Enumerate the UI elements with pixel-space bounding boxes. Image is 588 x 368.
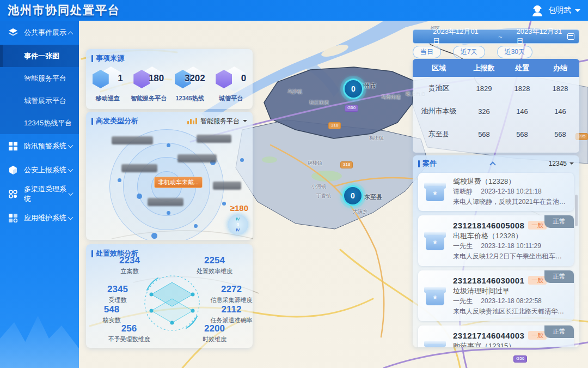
- map-label: 大演乡: [353, 208, 367, 215]
- status-badge: 正常: [544, 325, 574, 338]
- stat-verified-count: 548核实数: [86, 304, 147, 324]
- date-range-picker[interactable]: 2023年12月01日 ~ 2023年12月31日: [413, 29, 579, 44]
- sidebar-item-smart-service[interactable]: 智能服务平台: [0, 67, 79, 89]
- case-description: 来电人反映12月2日下午乘坐出租车（皖RD0...: [453, 251, 567, 262]
- sidebar-nav: 公共事件展示 事件一张图 智能服务平台 城管展示平台 12345热线平台 防汛预…: [0, 21, 79, 368]
- case-source-value: 12345: [549, 160, 567, 167]
- sidebar-group-label: 公安上报系统: [24, 165, 66, 175]
- sidebar-group-label: 应用维护系统: [24, 213, 66, 223]
- map-cluster-marker[interactable]: 0: [343, 79, 364, 99]
- map-label: 东至县: [364, 193, 382, 201]
- source-card-12345-hotline[interactable]: 3202 12345热线: [170, 65, 210, 102]
- case-source-dropdown[interactable]: 12345: [549, 160, 574, 167]
- collapse-chevron-icon[interactable]: [489, 161, 495, 167]
- table-header-row: 区域 上报数 处置 办结: [413, 59, 579, 77]
- case-title: 垃圾清理时间过早: [453, 286, 567, 296]
- sidebar-item-12345-hotline[interactable]: 12345热线平台: [0, 112, 79, 134]
- scrollbar-thumb[interactable]: [575, 195, 578, 226]
- source-label: 12345热线: [170, 94, 210, 102]
- case-card[interactable]: 正常 231217146044003 一般 购药事宜（12315）: [418, 325, 574, 347]
- map-label: 丁香镇: [316, 192, 331, 200]
- user-name: 包明武: [548, 5, 571, 15]
- region-stats-table: 区域 上报数 处置 办结 贵池区1829 18281828 池州市本级326 1…: [413, 59, 579, 153]
- table-row[interactable]: 池州市本级326 146146: [413, 100, 579, 123]
- case-title: 出租车价格（12328）: [453, 231, 567, 241]
- chevron-up-icon: [68, 31, 74, 37]
- chevron-down-icon: [68, 167, 74, 172]
- source-count: 0: [241, 73, 246, 84]
- cases-panel: 案件 12345 驾校退费（12328） 谭晓静 2023-12-18 10:2…: [413, 155, 579, 347]
- case-time: 2023-12-18 10:11:29: [481, 242, 541, 250]
- case-title: 驾校退费（12328）: [453, 176, 567, 186]
- sidebar-group-public-events[interactable]: 公共事件展示: [0, 21, 79, 45]
- source-count: 1: [118, 73, 122, 84]
- table-row[interactable]: 石台县150 150150: [413, 146, 579, 153]
- case-box-icon: [424, 182, 446, 202]
- date-start[interactable]: 2023年12月01日: [433, 27, 484, 46]
- stat-accepted-count: 2345受理数: [86, 284, 153, 304]
- sidebar-item-city-mgmt[interactable]: 城管展示平台: [0, 89, 79, 112]
- filter-30days[interactable]: 近30天: [497, 46, 532, 58]
- case-card[interactable]: 正常 231218146005008 一般 出租车价格（12328） 一先生 2…: [418, 215, 574, 266]
- case-time: 2023-12-18 10:21:18: [481, 188, 541, 195]
- col-header-reported: 上报数: [465, 63, 503, 73]
- stat-timeliness: 2200时效维度: [179, 323, 250, 343]
- col-header-handled: 处置: [503, 63, 541, 73]
- map-label: 梅街镇: [369, 135, 384, 142]
- grid-icon: [9, 142, 17, 150]
- blurred-type-label: [112, 136, 153, 144]
- blurred-type-label: [213, 182, 241, 190]
- map-label: 秋江街道: [309, 99, 329, 106]
- filter-today[interactable]: 当日: [413, 46, 441, 58]
- blurred-type-label: [121, 164, 157, 172]
- threshold-label: ≥180: [230, 203, 248, 213]
- sidebar-group-multichannel[interactable]: 多渠道受理系统: [0, 182, 79, 206]
- source-count: 3202: [185, 73, 205, 84]
- source-card-smart-service[interactable]: 180 智能服务平台: [129, 65, 168, 102]
- case-box-icon: [424, 286, 446, 306]
- case-card[interactable]: 正常 231218146030001 一般 垃圾清理时间过早 一先生 2023-…: [418, 270, 574, 321]
- case-card[interactable]: 驾校退费（12328） 谭晓静 2023-12-18 10:21:18 来电人谭…: [418, 173, 574, 211]
- case-id: 231218146005008: [453, 221, 524, 230]
- high-frequency-types-panel: 高发类型分析 智能服务平台 非机动车未戴... ≥180 ≥ 0 ≥: [86, 112, 253, 240]
- case-box-icon: [424, 231, 446, 251]
- source-card-mobile-patrol[interactable]: 1 移动巡查: [88, 65, 127, 102]
- sidebar-item-event-map[interactable]: 事件一张图: [0, 45, 79, 67]
- filter-7days[interactable]: 近7天: [453, 46, 485, 58]
- case-title: 购药事宜（12315）: [453, 341, 567, 347]
- date-end[interactable]: 2023年12月31日: [516, 27, 567, 46]
- quick-date-filters: 当日 近7天 近30天: [413, 46, 579, 58]
- case-list[interactable]: 驾校退费（12328） 谭晓静 2023-12-18 10:21:18 来电人谭…: [413, 172, 579, 347]
- stat-rejected-count: 256不予受理数维度: [94, 323, 164, 343]
- efficiency-panel: 处置效能分析 2234立案数 2345受理数 548核实数 256不予受理数维度…: [86, 244, 253, 348]
- bubble-size-legend: ≥ 0 ≥: [228, 214, 248, 235]
- sidebar-group-flood-warning[interactable]: 防汛预警系统: [0, 134, 79, 158]
- table-row[interactable]: 东至县568 568568: [413, 123, 579, 146]
- status-badge: 正常: [544, 215, 574, 228]
- chevron-down-icon: [575, 9, 580, 15]
- road-badge-g50: G50: [345, 105, 358, 112]
- col-header-region: 区域: [413, 63, 465, 73]
- sources-panel: 事项来源 1 移动巡查 180 智能服务平台 3202 12345热线 0 城管…: [86, 49, 253, 109]
- sidebar-group-app-maintenance[interactable]: 应用维护系统: [0, 206, 79, 230]
- table-row[interactable]: 贵池区1829 18281828: [413, 77, 579, 100]
- sidebar-mountain-decoration: [0, 303, 79, 368]
- sidebar-group-police-report[interactable]: 公安上报系统: [0, 158, 79, 182]
- case-meta: 一先生 2023-12-18 08:22:58: [453, 296, 567, 306]
- case-box-icon: [424, 340, 446, 347]
- source-label: 移动巡查: [88, 94, 127, 102]
- source-card-city-mgmt[interactable]: 0 城管平台: [211, 65, 250, 102]
- user-menu[interactable]: 包明武: [530, 3, 580, 17]
- case-reporter: 谭晓静: [453, 188, 473, 195]
- map-cluster-marker[interactable]: 0: [342, 185, 363, 206]
- blurred-type-label: [197, 135, 231, 143]
- road-badge-318: 318: [340, 161, 353, 168]
- case-id: 231217146044003: [453, 331, 524, 340]
- page-title: 池州市协同处置平台: [8, 3, 120, 18]
- cube-icon: [9, 166, 17, 174]
- case-description: 来电人反映贵池区长江北路天都清华园小区4...: [453, 306, 567, 317]
- case-meta: 一先生 2023-12-18 10:11:29: [453, 241, 567, 251]
- type-label-highlighted[interactable]: 非机动车未戴...: [154, 177, 203, 188]
- layers-icon: [9, 28, 17, 37]
- calendar-icon[interactable]: [567, 33, 574, 40]
